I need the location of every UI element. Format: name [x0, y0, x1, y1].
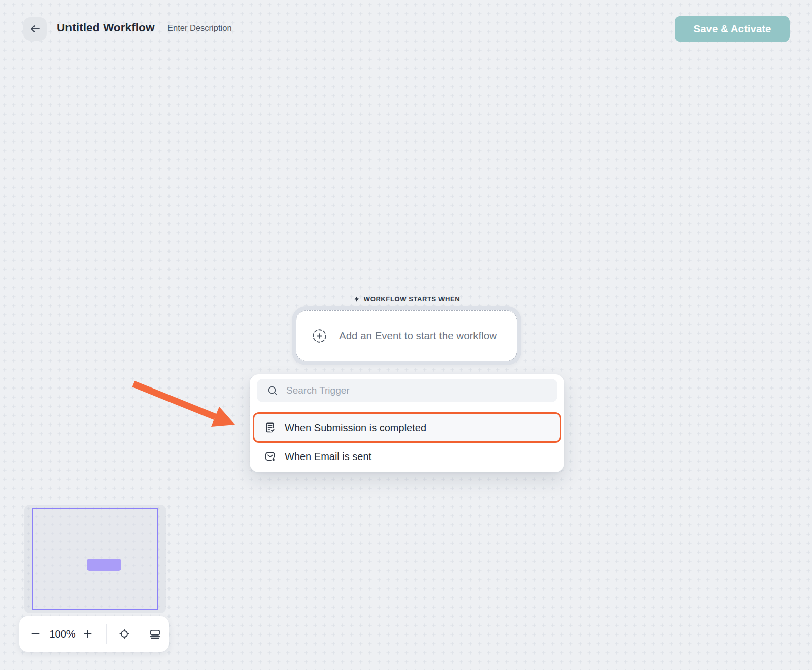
minimap-toggle-button[interactable] [148, 627, 161, 641]
add-event-label: Add an Event to start the workflow [339, 330, 497, 342]
plus-icon [83, 629, 93, 639]
minimap-node [87, 559, 121, 571]
zoom-toolbar: 100% [19, 616, 169, 652]
back-button[interactable] [23, 17, 47, 41]
toolbar-divider [106, 624, 107, 644]
workflow-starts-when-label: WORKFLOW STARTS WHEN [305, 294, 508, 304]
add-event-button[interactable]: Add an Event to start the workflow [296, 310, 517, 361]
save-activate-button[interactable]: Save & Activate [675, 16, 790, 42]
form-submission-check-icon [264, 421, 277, 434]
minus-icon [30, 629, 41, 639]
crosshair-icon [118, 628, 130, 640]
add-event-node: Add an Event to start the workflow [292, 306, 521, 365]
zoom-in-button[interactable] [81, 627, 94, 641]
trigger-option-label: When Email is sent [285, 451, 371, 463]
minimap-toggle-icon [149, 628, 161, 641]
lightning-bolt-icon [353, 295, 360, 303]
search-trigger-input[interactable] [286, 385, 557, 396]
minimap-viewport[interactable] [32, 508, 158, 610]
trigger-option-submission-completed[interactable]: When Submission is completed [253, 412, 561, 443]
annotation-arrow [127, 378, 241, 431]
minimap[interactable] [24, 505, 166, 613]
search-trigger-box[interactable] [257, 379, 557, 402]
email-sent-icon [264, 450, 277, 463]
search-icon [267, 385, 278, 396]
zoom-level-value: 100% [46, 628, 79, 640]
add-circle-icon [312, 329, 327, 343]
workflow-description-placeholder[interactable]: Enter Description [167, 23, 232, 33]
trigger-option-label: When Submission is completed [285, 422, 426, 434]
zoom-out-button[interactable] [29, 627, 42, 641]
fit-view-button[interactable] [118, 627, 131, 641]
workflow-canvas[interactable]: Untitled Workflow Enter Description Save… [0, 0, 812, 670]
back-arrow-icon [29, 23, 41, 35]
trigger-option-email-sent[interactable]: When Email is sent [253, 442, 561, 471]
trigger-dropdown-panel: When Submission is completed When Email … [250, 374, 564, 472]
workflow-title[interactable]: Untitled Workflow [57, 21, 155, 34]
